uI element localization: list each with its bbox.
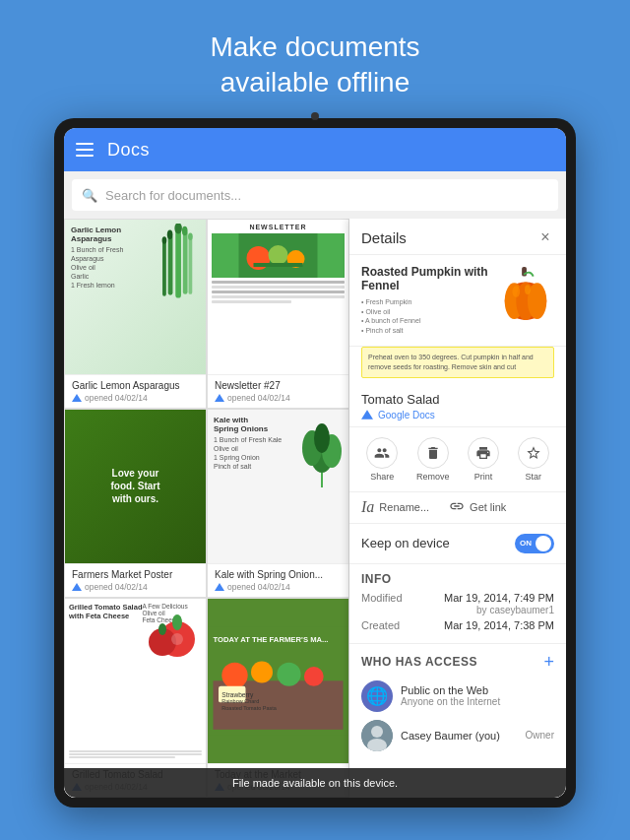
public-desc: Anyone on the Internet <box>401 696 554 707</box>
newsletter-content: NEWSLETTER <box>212 224 345 305</box>
action-star[interactable]: Star <box>518 437 549 482</box>
kale-recipe-text: Kale withSpring Onions 1 Bunch of Fresh … <box>212 414 284 473</box>
print-icon <box>468 437 499 469</box>
linked-doc-title: Tomato Salad <box>361 392 554 407</box>
print-label: Print <box>474 472 493 482</box>
market-scene: TODAY AT THE FARMER'S MA... Strawberry R… <box>208 599 348 763</box>
doc-card-asparagus[interactable]: Garlic LemonAsparagus 1 Bunch of FreshAs… <box>64 219 207 409</box>
recipe-description: Preheat oven to 350 degrees. Cut pumpkin… <box>361 347 554 378</box>
doc-name-newsletter: Newsletter #27 <box>215 380 342 391</box>
search-bar[interactable]: 🔍 Search for documents... <box>72 179 558 211</box>
svg-point-33 <box>221 663 247 688</box>
doc-name-market: Farmers Market Poster <box>72 569 199 580</box>
hamburger-line1 <box>76 143 94 145</box>
svg-point-7 <box>182 226 188 235</box>
offline-toggle[interactable]: ON <box>515 534 554 553</box>
created-value: Mar 19, 2014, 7:38 PM <box>444 619 554 631</box>
doc-meta-asparagus: opened 04/02/14 <box>72 393 199 403</box>
rename-button[interactable]: Ia Rename... <box>361 498 429 517</box>
modified-row: Modified Mar 19, 2014, 7:49 PM by caseyb… <box>361 592 554 615</box>
svg-text:Rainbow Chard: Rainbow Chard <box>221 699 259 705</box>
svg-point-34 <box>251 662 273 683</box>
get-link-label: Get link <box>470 501 506 513</box>
newsletter-image <box>212 233 345 278</box>
tomato-recipe-title: Grilled Tomato Saladwith Feta Cheese <box>69 603 142 620</box>
public-name: Public on the Web <box>401 684 554 696</box>
access-section-title: Who has access <box>361 655 477 669</box>
hamburger-line2 <box>76 149 94 151</box>
tablet-screen: Docs 🔍 Search for documents... Garlic Le… <box>64 128 566 798</box>
tomato-illustration <box>148 605 202 664</box>
toast-message: File made available on this device. <box>232 777 398 789</box>
svg-rect-15 <box>254 263 303 267</box>
action-print[interactable]: Print <box>468 437 499 482</box>
svg-point-47 <box>512 286 520 297</box>
svg-point-8 <box>162 236 167 244</box>
svg-point-9 <box>188 232 193 240</box>
keep-on-device-row: Keep on device ON <box>349 524 566 564</box>
recipe-ingredients: • Fresh Pumpkin • Olive oil • A bunch of… <box>361 297 489 336</box>
svg-point-6 <box>167 230 173 239</box>
modified-value: Mar 19, 2014, 7:49 PM by caseybaumer1 <box>444 592 554 615</box>
doc-thumbnail-asparagus: Garlic LemonAsparagus 1 Bunch of FreshAs… <box>65 220 206 374</box>
doc-thumbnail-newsletter: NEWSLETTER <box>208 220 348 374</box>
hero-line1: Make documents <box>210 32 419 62</box>
drive-icon-kale <box>215 583 224 591</box>
get-link-button[interactable]: Get link <box>449 498 506 517</box>
svg-point-27 <box>158 623 166 635</box>
user-photo <box>361 720 393 751</box>
doc-thumbnail-market2: TODAY AT THE FARMER'S MA... Strawberry R… <box>208 599 348 763</box>
svg-rect-3 <box>162 240 166 296</box>
modified-label: Modified <box>361 592 403 615</box>
doc-name-kale: Kale with Spring Onion... <box>215 569 342 580</box>
svg-point-51 <box>371 726 383 738</box>
recipe-title: Roasted Pumpkin with Fennel <box>361 265 489 293</box>
remove-label: Remove <box>416 472 450 482</box>
doc-meta-newsletter: opened 04/02/14 <box>215 393 342 403</box>
svg-point-21 <box>314 423 330 453</box>
created-label: Created <box>361 619 400 631</box>
action-share[interactable]: Share <box>366 437 398 482</box>
drive-icon-newsletter <box>215 394 224 402</box>
action-buttons-row: Share Remove <box>349 427 566 492</box>
details-panel: Details × Roasted Pumpkin with Fennel • … <box>349 219 566 798</box>
keep-on-device-label: Keep on device <box>361 536 450 550</box>
info-section: Info Modified Mar 19, 2014, 7:49 PM by c… <box>349 564 566 644</box>
access-item-casey: Casey Baumer (you) Owner <box>361 720 554 751</box>
linked-doc-source-text: Google Docs <box>378 410 435 420</box>
access-item-public: 🌐 Public on the Web Anyone on the Intern… <box>361 680 554 712</box>
action-remove[interactable]: Remove <box>416 437 450 482</box>
globe-avatar: 🌐 <box>361 680 393 712</box>
svg-rect-4 <box>189 236 193 294</box>
hamburger-menu[interactable] <box>76 143 94 157</box>
details-title: Details <box>361 229 407 246</box>
linked-doc-section: Tomato Salad Google Docs <box>349 386 566 427</box>
asparagus-illustration <box>157 224 204 307</box>
share-icon <box>366 437 398 469</box>
svg-point-13 <box>269 245 288 265</box>
svg-point-46 <box>528 283 546 319</box>
access-section: Who has access + 🌐 Public on the Web Any… <box>349 644 566 767</box>
star-label: Star <box>525 472 541 482</box>
share-label: Share <box>370 472 394 482</box>
drive-icon-linked <box>361 410 373 420</box>
docs-app-title: Docs <box>107 140 150 161</box>
svg-marker-23 <box>215 583 224 591</box>
casey-name: Casey Baumer (you) <box>401 730 518 742</box>
toggle-knob <box>536 536 551 551</box>
drive-icon-asparagus <box>72 394 82 402</box>
link-actions-row: Ia Rename... Get link <box>349 492 566 524</box>
hero-line2: available offline <box>220 67 410 97</box>
close-button[interactable]: × <box>536 228 554 246</box>
add-person-button[interactable]: + <box>543 652 554 673</box>
svg-rect-1 <box>168 234 173 294</box>
pumpkin-illustration <box>497 265 554 322</box>
asparagus-recipe-text: Garlic LemonAsparagus 1 Bunch of FreshAs… <box>69 224 125 291</box>
doc-card-newsletter[interactable]: NEWSLETTER <box>207 219 349 409</box>
docs-header: Docs <box>64 128 566 171</box>
linked-doc-source: Google Docs <box>361 410 554 420</box>
doc-card-kale[interactable]: Kale withSpring Onions 1 Bunch of Fresh … <box>207 409 349 599</box>
svg-point-36 <box>304 667 324 686</box>
doc-card-market[interactable]: Love yourfood. Startwith ours. Farmers M… <box>64 409 207 599</box>
doc-footer-asparagus: Garlic Lemon Asparagus opened 04/02/14 <box>65 374 206 408</box>
